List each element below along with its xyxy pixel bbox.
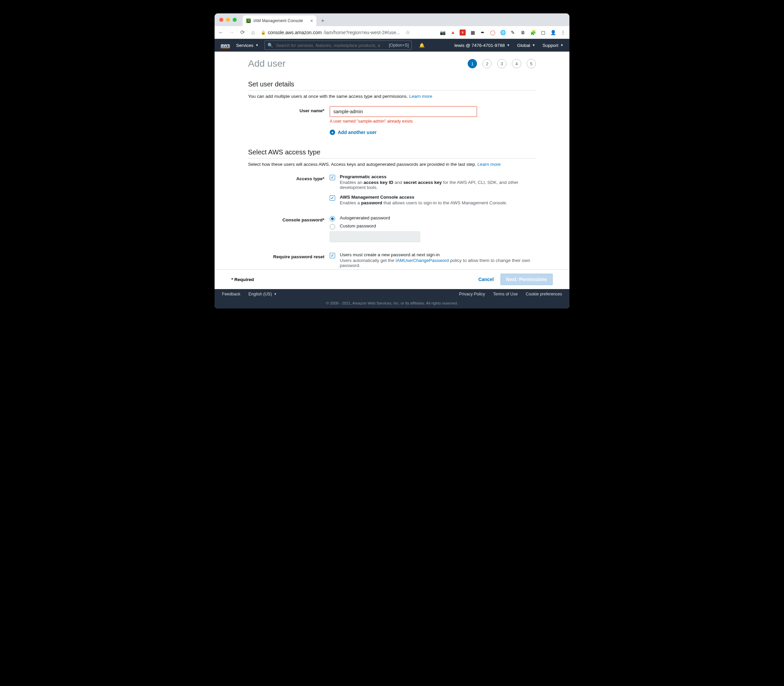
- close-tab-icon[interactable]: ×: [310, 18, 313, 23]
- terms-link[interactable]: Terms of Use: [493, 292, 518, 296]
- reset-line2: Users automatically get the IAMUserChang…: [340, 258, 536, 268]
- feedback-link[interactable]: Feedback: [222, 292, 240, 296]
- require-password-reset-label: Require password reset: [248, 252, 330, 268]
- support-menu[interactable]: Support▼: [543, 43, 563, 48]
- drive-ext-icon[interactable]: 🔺: [450, 29, 456, 36]
- username-input[interactable]: [330, 106, 477, 117]
- username-error: A user named "sample-admin" already exis…: [330, 119, 536, 124]
- brush-ext-icon[interactable]: ✒: [480, 29, 486, 36]
- step-indicator: 1 2 3 4 5: [468, 59, 536, 68]
- main-content: Add user 1 2 3 4 5 Set user details You …: [215, 52, 569, 268]
- aws-topnav: aws Services▼ 🔍 [Option+S] 🔔 lewis @ 747…: [215, 39, 569, 52]
- window-controls: [219, 18, 237, 22]
- plus-icon: +: [330, 130, 335, 135]
- lock-icon: 🔒: [261, 30, 266, 35]
- account-menu[interactable]: lewis @ 7476-4701-9788▼: [455, 43, 510, 48]
- browser-tab[interactable]: IAM Management Console ×: [243, 15, 316, 26]
- puzzle-ext-icon[interactable]: 🧩: [530, 29, 536, 36]
- translate-ext-icon[interactable]: 🌐: [500, 29, 506, 36]
- copyright-text: © 2008 - 2021, Amazon Web Services, Inc.…: [215, 299, 569, 309]
- custom-password-label: Custom password: [340, 224, 376, 229]
- cast-ext-icon[interactable]: ▢: [540, 29, 546, 36]
- language-selector[interactable]: English (US)▼: [248, 292, 277, 296]
- avatar-ext-icon[interactable]: 👤: [550, 29, 556, 36]
- reload-icon[interactable]: ⟳: [240, 29, 245, 36]
- custom-password-radio[interactable]: [330, 224, 335, 229]
- region-menu[interactable]: Global▼: [517, 43, 535, 48]
- url-host: console.aws.amazon.com: [268, 30, 322, 35]
- programmatic-access-title: Programmatic access: [340, 174, 536, 179]
- badge-ext-icon[interactable]: 5: [460, 29, 466, 36]
- aws-search-input[interactable]: [276, 43, 386, 48]
- new-tab-button[interactable]: ＋: [320, 16, 326, 24]
- fullscreen-window-icon[interactable]: [233, 18, 237, 22]
- services-menu[interactable]: Services▼: [236, 43, 258, 48]
- programmatic-access-desc: Enables an access key ID and secret acce…: [340, 180, 536, 190]
- grid-ext-icon[interactable]: ▦: [469, 29, 476, 36]
- learn-more-access-link[interactable]: Learn more: [478, 162, 500, 167]
- autogenerated-password-radio[interactable]: [330, 216, 335, 221]
- section-user-details-heading: Set user details: [248, 80, 536, 90]
- cookie-prefs-link[interactable]: Cookie preferences: [526, 292, 562, 296]
- access-type-label: Access type*: [248, 174, 330, 210]
- tab-title: IAM Management Console: [253, 18, 303, 23]
- username-label: User name*: [248, 106, 330, 135]
- privacy-link[interactable]: Privacy Policy: [459, 292, 485, 296]
- add-another-user-button[interactable]: + Add another user: [330, 130, 536, 135]
- camera-ext-icon[interactable]: 📷: [440, 29, 445, 36]
- autogenerated-password-label: Autogenerated password: [340, 216, 390, 221]
- url-path: /iam/home?region=eu-west-2#/use...: [324, 30, 400, 35]
- search-icon: 🔍: [267, 42, 273, 48]
- favicon-icon: [246, 18, 251, 23]
- page-title: Add user: [248, 58, 285, 69]
- minimize-window-icon[interactable]: [226, 18, 230, 22]
- iam-policy-link[interactable]: IAMUserChangePassword: [396, 258, 449, 263]
- console-access-title: AWS Management Console access: [340, 194, 507, 200]
- shield-ext-icon[interactable]: ◯: [490, 29, 496, 36]
- step-3: 3: [497, 59, 507, 68]
- aws-logo[interactable]: aws: [221, 42, 230, 48]
- step-5: 5: [526, 59, 536, 68]
- step-2: 2: [482, 59, 492, 68]
- browser-tabbar: IAM Management Console × ＋: [215, 13, 569, 26]
- add-another-user-label: Add another user: [338, 130, 377, 135]
- aws-footer: Feedback English (US)▼ Privacy Policy Te…: [215, 289, 569, 309]
- console-access-checkbox[interactable]: ✓: [330, 195, 335, 201]
- browser-window: IAM Management Console × ＋ ← → ⟳ ⌂ 🔒 con…: [215, 13, 569, 309]
- action-bar: * Required Cancel Next: Permissions: [215, 270, 569, 289]
- bookmark-star-icon[interactable]: ☆: [405, 29, 411, 36]
- menu-icon[interactable]: ⋮: [560, 29, 566, 36]
- require-password-reset-checkbox[interactable]: ✓: [330, 253, 335, 258]
- home-icon[interactable]: ⌂: [250, 29, 256, 36]
- search-hint: [Option+S]: [389, 43, 409, 47]
- console-access-desc: Enables a password that allows users to …: [340, 200, 507, 205]
- programmatic-access-checkbox[interactable]: ✓: [330, 175, 335, 180]
- extensions-row: 📷 🔺 5 ▦ ✒ ◯ 🌐 ✎ 🗎 🧩 ▢ 👤 ⋮: [440, 29, 566, 36]
- step-4: 4: [512, 59, 521, 68]
- close-window-icon[interactable]: [219, 18, 223, 22]
- forward-icon: →: [229, 29, 235, 36]
- address-bar[interactable]: 🔒 console.aws.amazon.com/iam/home?region…: [261, 30, 400, 35]
- doc-ext-icon[interactable]: 🗎: [520, 29, 526, 36]
- custom-password-input: [330, 232, 420, 242]
- cancel-button[interactable]: Cancel: [478, 277, 494, 282]
- picker-ext-icon[interactable]: ✎: [510, 29, 516, 36]
- notifications-icon[interactable]: 🔔: [419, 42, 425, 48]
- browser-toolbar: ← → ⟳ ⌂ 🔒 console.aws.amazon.com/iam/hom…: [215, 26, 569, 39]
- console-password-label: Console password*: [248, 216, 330, 242]
- learn-more-link[interactable]: Learn more: [409, 94, 432, 99]
- back-icon[interactable]: ←: [218, 29, 224, 36]
- access-type-desc: Select how these users will access AWS. …: [248, 162, 536, 167]
- section-access-type-heading: Select AWS access type: [248, 149, 536, 158]
- next-permissions-button[interactable]: Next: Permissions: [500, 274, 553, 285]
- user-details-desc: You can add multiple users at once with …: [248, 94, 536, 99]
- reset-line1: Users must create a new password at next…: [340, 252, 536, 257]
- required-note: * Required: [231, 277, 254, 282]
- aws-search[interactable]: 🔍 [Option+S]: [264, 41, 412, 50]
- step-1[interactable]: 1: [468, 59, 477, 68]
